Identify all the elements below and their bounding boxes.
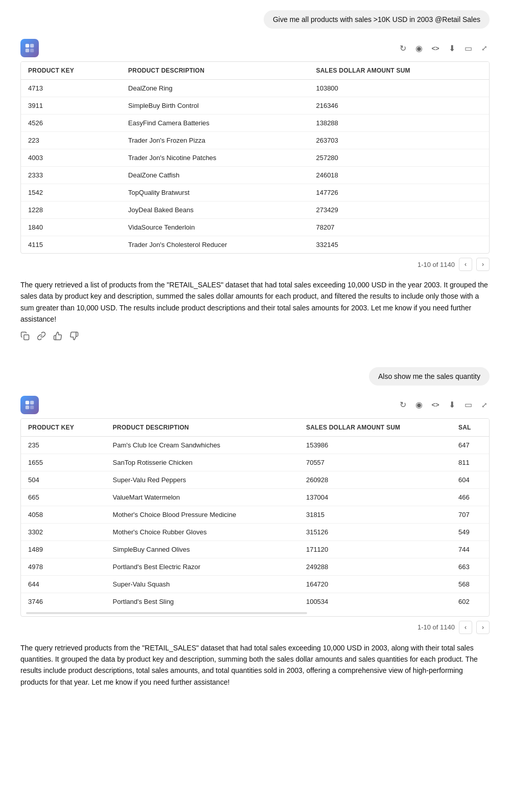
window-icon-1[interactable]: ▭ (463, 43, 473, 53)
table-cell: 31815 (299, 506, 451, 523)
table-cell: 100534 (299, 593, 451, 610)
table-cell: SanTop Rotisserie Chicken (106, 454, 299, 471)
fullscreen-icon-1[interactable]: ⤢ (479, 43, 490, 53)
table-cell: 315126 (299, 523, 451, 540)
table-cell: DealZone Ring (121, 80, 309, 97)
table-cell: 1655 (21, 454, 106, 471)
table-cell: 260928 (299, 471, 451, 488)
table-cell: 4713 (21, 80, 121, 97)
table-cell: Pam's Club Ice Cream Sandwhiches (106, 436, 299, 454)
table-row: 4978Portland's Best Electric Razor249288… (21, 558, 489, 575)
data-table-1: PRODUCT KEY PRODUCT DESCRIPTION SALES DO… (21, 62, 489, 253)
table-cell: Trader Jon's Frozen Pizza (121, 132, 309, 149)
ai-header-row-2: ↻ ◉ <> ⬇ ▭ ⤢ (20, 396, 490, 414)
table-cell: 263703 (309, 132, 489, 149)
window-icon-2[interactable]: ▭ (463, 400, 473, 410)
table-cell: 811 (451, 454, 489, 471)
table-cell: 3911 (21, 97, 121, 115)
table-row: 3302Mother's Choice Rubber Gloves3151265… (21, 523, 489, 540)
action-icons-1 (20, 331, 490, 341)
col-header-product-desc-1: PRODUCT DESCRIPTION (121, 62, 309, 80)
table-cell: 3746 (21, 593, 106, 610)
pagination-2: 1-10 of 1140 ‹ › (20, 621, 490, 634)
code-icon-1[interactable]: <> (430, 43, 441, 53)
refresh-icon-1[interactable]: ↻ (398, 43, 408, 53)
table-row: 1542TopQuality Bratwurst147726 (21, 184, 489, 201)
table-row: 4526EasyFind Camera Batteries138288 (21, 115, 489, 132)
user-bubble-2: Also show me the sales quantity (369, 367, 490, 386)
ai-text-1: The query retrieved a list of products f… (20, 279, 490, 325)
eye-icon-1[interactable]: ◉ (414, 43, 424, 53)
table-cell: 568 (451, 575, 489, 593)
table-cell: 1228 (21, 201, 121, 219)
table-row: 4115Trader Jon's Cholesterol Reducer3321… (21, 236, 489, 254)
table-cell: SimpleBuy Canned Olives (106, 540, 299, 558)
copy-icon-1[interactable] (20, 331, 30, 341)
table-row: 1228JoyDeal Baked Beans273429 (21, 201, 489, 219)
pagination-label-1: 1-10 of 1140 (418, 261, 455, 268)
table-row: 665ValueMart Watermelon137004466 (21, 488, 489, 506)
download-icon-2[interactable]: ⬇ (447, 400, 457, 410)
link-icon-1[interactable] (37, 331, 46, 341)
col-header-product-desc-2: PRODUCT DESCRIPTION (106, 419, 299, 437)
table-cell: 4115 (21, 236, 121, 254)
table-cell: Trader Jon's Nicotine Patches (121, 149, 309, 167)
table-cell: 171120 (299, 540, 451, 558)
table-row: 4003Trader Jon's Nicotine Patches257280 (21, 149, 489, 167)
table-cell: 644 (21, 575, 106, 593)
table-cell: 4058 (21, 506, 106, 523)
chat-container: Give me all products with sales >10K USD… (0, 0, 510, 716)
table-scroll-bar[interactable] (26, 612, 307, 614)
table-cell: 147726 (309, 184, 489, 201)
thumbdown-icon-1[interactable] (69, 331, 79, 341)
table-cell: JoyDeal Baked Beans (121, 201, 309, 219)
table-cell: 1489 (21, 540, 106, 558)
eye-icon-2[interactable]: ◉ (414, 400, 424, 410)
table-cell: Mother's Choice Rubber Gloves (106, 523, 299, 540)
table-row: 2333DealZone Catfish246018 (21, 167, 489, 184)
table-cell: 3302 (21, 523, 106, 540)
ai-header-row-1: ↻ ◉ <> ⬇ ▭ ⤢ (20, 39, 490, 57)
next-page-btn-1[interactable]: › (476, 258, 490, 271)
table-cell: 273429 (309, 201, 489, 219)
table-cell: 235 (21, 436, 106, 454)
table-row: 4058Mother's Choice Blood Pressure Medic… (21, 506, 489, 523)
ai-avatar-1 (20, 39, 39, 57)
table-row: 644Super-Valu Squash164720568 (21, 575, 489, 593)
table-row: 3746Portland's Best Sling100534602 (21, 593, 489, 610)
table-cell: 249288 (299, 558, 451, 575)
table-cell: 2333 (21, 167, 121, 184)
svg-rect-1 (30, 44, 34, 48)
ai-response-1: ↻ ◉ <> ⬇ ▭ ⤢ PRODUCT KEY PRODUCT DESCRIP… (20, 39, 490, 355)
svg-rect-7 (26, 405, 29, 409)
table-cell: 665 (21, 488, 106, 506)
prev-page-btn-1[interactable]: ‹ (459, 258, 472, 271)
table-row: 1840VidaSource Tenderloin78207 (21, 219, 489, 236)
table-row: 1655SanTop Rotisserie Chicken70557811 (21, 454, 489, 471)
table-cell: 504 (21, 471, 106, 488)
svg-rect-0 (26, 44, 29, 48)
refresh-icon-2[interactable]: ↻ (398, 400, 408, 410)
svg-rect-2 (26, 49, 29, 52)
col-header-product-key-2: PRODUCT KEY (21, 419, 106, 437)
table-cell: 466 (451, 488, 489, 506)
col-header-sal-2: SAL (451, 419, 489, 437)
table-header-row-2: PRODUCT KEY PRODUCT DESCRIPTION SALES DO… (21, 419, 489, 437)
table-cell: 663 (451, 558, 489, 575)
svg-rect-3 (30, 49, 34, 52)
thumbup-icon-1[interactable] (53, 331, 62, 341)
download-icon-1[interactable]: ⬇ (447, 43, 457, 53)
table-cell: 153986 (299, 436, 451, 454)
table-cell: 602 (451, 593, 489, 610)
next-page-btn-2[interactable]: › (476, 621, 490, 634)
table-cell: 4978 (21, 558, 106, 575)
table-cell: 246018 (309, 167, 489, 184)
table-cell: Trader Jon's Cholesterol Reducer (121, 236, 309, 254)
col-header-product-key-1: PRODUCT KEY (21, 62, 121, 80)
table-cell: 647 (451, 436, 489, 454)
code-icon-2[interactable]: <> (430, 400, 441, 410)
table-cell: 707 (451, 506, 489, 523)
table-row: 1489SimpleBuy Canned Olives171120744 (21, 540, 489, 558)
fullscreen-icon-2[interactable]: ⤢ (479, 400, 490, 410)
prev-page-btn-2[interactable]: ‹ (459, 621, 472, 634)
